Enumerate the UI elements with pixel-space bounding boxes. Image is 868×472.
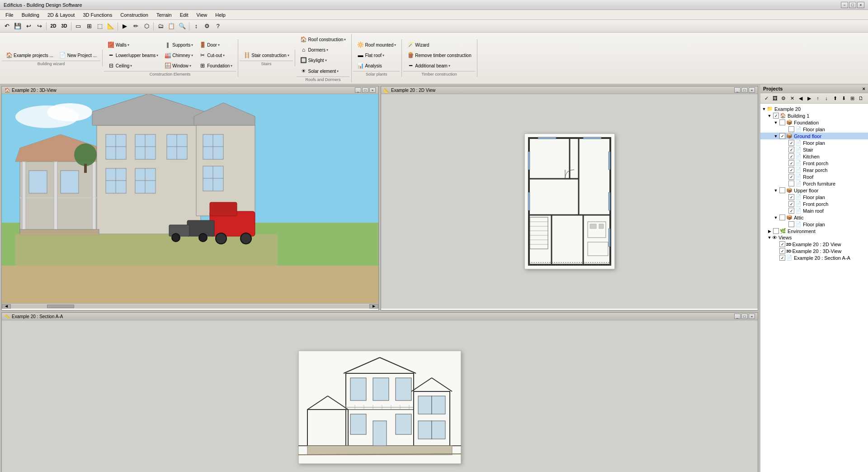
tree-front-porch-upper[interactable]: 📄 Front porch — [760, 200, 868, 207]
rp-image-btn[interactable]: 🖼 — [771, 94, 779, 102]
rp-down2-btn[interactable]: ⬇ — [840, 94, 848, 102]
menu-help[interactable]: Help — [212, 11, 229, 19]
dormers-button[interactable]: ⌂ Dormers ▾ — [297, 45, 349, 55]
viewport-section-close[interactable]: × — [749, 314, 755, 319]
foundation-expand[interactable]: ▼ — [773, 120, 778, 125]
new-project-button[interactable]: 📄 New Project ... — [57, 50, 99, 60]
tree-upper-floor[interactable]: ▼ 📦 Upper floor — [760, 187, 868, 194]
scroll-thumb[interactable] — [47, 305, 74, 308]
rp-settings-btn[interactable]: ⚙ — [779, 94, 788, 102]
rp-grid-btn[interactable]: ⊞ — [848, 94, 856, 102]
walls-button[interactable]: 🧱 Walls ▾ — [105, 40, 161, 50]
scroll-left[interactable]: ◀ — [2, 304, 11, 309]
lower-upper-beams-button[interactable]: ━ Lower/upper beams ▾ — [105, 50, 161, 60]
viewport-section-maximize[interactable]: □ — [741, 314, 748, 319]
redo-btn[interactable]: ↪ — [34, 21, 44, 31]
roof-checkbox[interactable] — [788, 174, 794, 180]
analysis-button[interactable]: 📊 Analysis — [354, 61, 399, 71]
menu-edit[interactable]: Edit — [176, 11, 192, 19]
menu-file[interactable]: File — [2, 11, 17, 19]
tree-ground-floor[interactable]: ▼ 📦 Ground floor — [760, 133, 868, 139]
tree-roof[interactable]: 📄 Roof — [760, 173, 868, 180]
tree-foundation[interactable]: ▼ 📦 Foundation — [760, 119, 868, 126]
window-button[interactable]: 🪟 Window ▾ — [161, 61, 196, 71]
fp-attic-checkbox[interactable] — [788, 221, 794, 227]
viewport-3d-close[interactable]: × — [369, 87, 376, 93]
viewport-2d-minimize[interactable]: _ — [734, 87, 741, 93]
fp-ground-checkbox[interactable] — [788, 140, 794, 146]
tree-2d-view[interactable]: 2D Example 20 : 2D View — [760, 241, 868, 248]
front-porch-checkbox[interactable] — [788, 160, 794, 166]
tree-rear-porch[interactable]: 📄 Rear porch — [760, 167, 868, 173]
viewport-section-content[interactable] — [2, 320, 758, 472]
3d-view-checkbox[interactable] — [779, 248, 785, 254]
attic-expand[interactable]: ▼ — [773, 215, 778, 220]
tree-attic[interactable]: ▼ 📦 Attic — [760, 214, 868, 221]
viewport-3d-minimize[interactable]: _ — [355, 87, 361, 93]
building1-expand[interactable]: ▼ — [767, 113, 772, 119]
tree-floor-plan-ground[interactable]: 📄 Floor plan — [760, 139, 868, 146]
tree-root[interactable]: ▼ 📁 Example 20 — [760, 105, 868, 112]
tree-main-roof[interactable]: 📄 Main roof — [760, 207, 868, 214]
section-view-checkbox[interactable] — [779, 255, 785, 261]
menu-construction[interactable]: Construction — [117, 11, 152, 19]
tree-3d-view[interactable]: 3D Example 20 : 3D-View — [760, 248, 868, 254]
cursor-btn[interactable]: ⬚ — [95, 21, 105, 31]
building1-checkbox[interactable] — [773, 113, 779, 119]
chimney-button[interactable]: 🏭 Chimney ▾ — [161, 50, 196, 60]
settings-btn[interactable]: ⚙ — [202, 21, 212, 31]
clipboard-btn[interactable]: 📋 — [166, 21, 176, 31]
menu-3d-functions[interactable]: 3D Functions — [79, 11, 116, 19]
rear-porch-checkbox[interactable] — [788, 167, 794, 173]
roof-construction-button[interactable]: 🏠 Roof construction ▾ — [297, 34, 349, 44]
skylight-button[interactable]: 🔲 Skylight ▾ — [297, 55, 349, 65]
2d-btn[interactable]: 2D — [48, 21, 58, 31]
foundation-checkbox[interactable] — [779, 119, 785, 125]
flat-roof-button[interactable]: ▬ Flat roof ▾ — [354, 50, 399, 60]
viewport-3d-maximize[interactable]: □ — [362, 87, 368, 93]
maximize-button[interactable]: □ — [849, 2, 856, 8]
root-expand[interactable]: ▼ — [761, 106, 767, 112]
supports-button[interactable]: ‖ Supports ▾ — [161, 40, 196, 50]
scroll-right[interactable]: ▶ — [369, 304, 378, 309]
example-projects-button[interactable]: 🏠 Example projects ... — [3, 50, 56, 60]
rp-back-btn[interactable]: ◀ — [797, 94, 805, 102]
projects-close-icon[interactable]: × — [863, 86, 865, 91]
tree-porch-furniture[interactable]: 📄 Porch furniture — [760, 180, 868, 187]
tree-front-porch[interactable]: 📄 Front porch — [760, 160, 868, 167]
hex-btn[interactable]: ⬡ — [142, 21, 151, 31]
close-button[interactable]: × — [857, 2, 864, 8]
tree-environment[interactable]: ▶ 🌿 Environment — [760, 228, 868, 234]
upper-floor-checkbox[interactable] — [779, 187, 785, 193]
roof-mounted-button[interactable]: 🔆 Roof mounted ▾ — [354, 40, 399, 50]
wizard-button[interactable]: 🪄 Wizard — [404, 40, 474, 50]
stair-checkbox[interactable] — [788, 147, 794, 153]
solar-element-button[interactable]: ☀ Solar element ▾ — [297, 66, 349, 76]
fp-upper-checkbox[interactable] — [788, 194, 794, 200]
views-expand[interactable]: ▼ — [767, 235, 772, 240]
menu-building[interactable]: Building — [18, 11, 43, 19]
tree-fp-upper[interactable]: 📄 Floor plan — [760, 194, 868, 200]
rp-down-btn[interactable]: ↓ — [822, 94, 830, 102]
play-btn[interactable]: ▶ — [120, 21, 130, 31]
3d-scrollbar[interactable]: ◀ ▶ — [2, 303, 378, 309]
attic-checkbox[interactable] — [779, 215, 785, 220]
tree-building1[interactable]: ▼ 🏠 Building 1 — [760, 112, 868, 119]
stair-construction-button[interactable]: 🪜 Stair construction ▾ — [241, 50, 292, 60]
tree-floor-plan-foundation[interactable]: ▶ 📄 Floor plan — [760, 126, 868, 133]
rp-up2-btn[interactable]: ⬆ — [831, 94, 839, 102]
undo-btn[interactable]: ↩ — [24, 21, 33, 31]
ceiling-button[interactable]: ⊟ Ceiling ▾ — [105, 61, 161, 71]
viewport-2d-maximize[interactable]: □ — [741, 87, 748, 93]
environment-checkbox[interactable] — [773, 228, 779, 234]
menu-terrain[interactable]: Terrain — [153, 11, 175, 19]
minimize-button[interactable]: − — [841, 2, 848, 8]
foundation-button[interactable]: ⊞ Foundation ▾ — [196, 61, 235, 71]
tree-stair[interactable]: 📄 Stair — [760, 146, 868, 153]
viewport-2d-close[interactable]: × — [749, 87, 755, 93]
viewport-section-minimize[interactable]: _ — [734, 314, 741, 319]
3d-btn[interactable]: 3D — [59, 21, 69, 31]
rp-delete-btn[interactable]: ✕ — [788, 94, 796, 102]
fp-foundation-checkbox[interactable] — [788, 126, 794, 132]
save-btn[interactable]: 💾 — [13, 21, 23, 31]
